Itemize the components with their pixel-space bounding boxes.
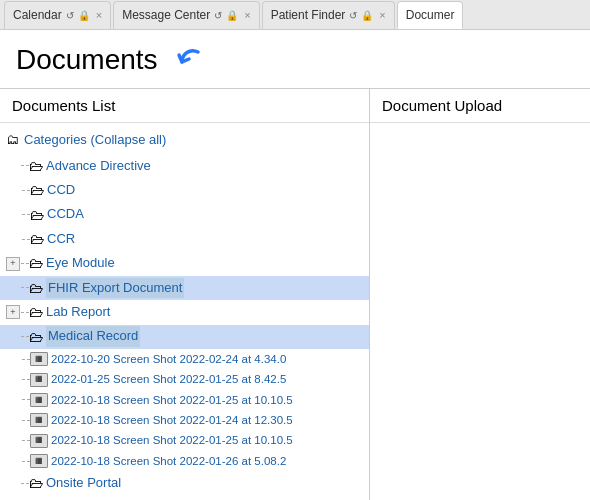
tree-item-file4[interactable]: ▦ 2022-10-18 Screen Shot 2022-01-24 at 1… — [0, 410, 369, 430]
dashed-connector-f5 — [22, 440, 30, 441]
file-icon-1: ▦ — [30, 352, 48, 366]
undo-button[interactable] — [170, 40, 210, 80]
tree-item-ccda[interactable]: 🗁 CCDA — [0, 203, 369, 227]
main-content: Documents List 🗂 Categories (Collapse al… — [0, 88, 590, 500]
categories-row[interactable]: 🗂 Categories (Collapse all) — [0, 127, 369, 154]
expander-advance-directive — [6, 159, 20, 173]
label-ccd: CCD — [47, 180, 75, 201]
tree-item-advance-directive[interactable]: 🗁 Advance Directive — [0, 154, 369, 178]
dashed-connector-f1 — [22, 359, 30, 360]
document-tree: 🗂 Categories (Collapse all) 🗁 Advance Di… — [0, 123, 369, 500]
refresh-icon-2: ↺ — [214, 10, 222, 21]
dashed-connector-ccr — [22, 239, 30, 240]
tab-patient-finder[interactable]: Patient Finder ↺ 🔒 × — [262, 1, 395, 29]
tree-item-file5[interactable]: ▦ 2022-10-18 Screen Shot 2022-01-25 at 1… — [0, 430, 369, 450]
label-file6: 2022-10-18 Screen Shot 2022-01-26 at 5.0… — [51, 452, 286, 470]
folder-icon-lab: 🗁 — [29, 301, 43, 323]
folder-icon-categories: 🗂 — [6, 130, 24, 151]
documents-tab-label: Documer — [406, 8, 455, 22]
expander-onsite — [6, 476, 20, 490]
patient-finder-tab-label: Patient Finder — [271, 8, 346, 22]
message-center-tab-label: Message Center — [122, 8, 210, 22]
refresh-icon-3: ↺ — [349, 10, 357, 21]
label-file2: 2022-01-25 Screen Shot 2022-01-25 at 8.4… — [51, 370, 286, 388]
label-onsite-portal: Onsite Portal — [46, 473, 121, 494]
tree-item-ccr[interactable]: 🗁 CCR — [0, 227, 369, 251]
tab-close-icon-3[interactable]: × — [379, 9, 385, 21]
folder-icon-ccr: 🗁 — [30, 228, 44, 250]
file-icon-6: ▦ — [30, 454, 48, 468]
page-title: Documents — [16, 44, 158, 76]
tab-close-icon-2[interactable]: × — [244, 9, 250, 21]
folder-icon-advance-directive: 🗁 — [29, 155, 43, 177]
file-icon-2: ▦ — [30, 373, 48, 387]
document-upload-header: Document Upload — [370, 89, 590, 123]
file-icon-5: ▦ — [30, 434, 48, 448]
folder-icon-medical: 🗁 — [29, 326, 43, 348]
documents-list-header: Documents List — [0, 89, 369, 123]
expander-lab[interactable]: + — [6, 305, 20, 319]
folder-icon-onsite: 🗁 — [29, 472, 43, 494]
tree-item-file2[interactable]: ▦ 2022-01-25 Screen Shot 2022-01-25 at 8… — [0, 369, 369, 389]
dashed-connector-f4 — [22, 420, 30, 421]
documents-list-panel: Documents List 🗂 Categories (Collapse al… — [0, 89, 370, 500]
dashed-connector-ccd — [22, 190, 30, 191]
calendar-tab-label: Calendar — [13, 8, 62, 22]
expander-fhir — [6, 281, 20, 295]
tree-item-eye-module[interactable]: + 🗁 Eye Module — [0, 251, 369, 275]
categories-label: Categories (Collapse all) — [24, 130, 166, 151]
label-file5: 2022-10-18 Screen Shot 2022-01-25 at 10.… — [51, 431, 293, 449]
tree-item-ccd[interactable]: 🗁 CCD — [0, 178, 369, 202]
lock-icon-3: 🔒 — [361, 10, 373, 21]
tree-item-onsite-portal[interactable]: 🗁 Onsite Portal — [0, 471, 369, 495]
refresh-icon: ↺ — [66, 10, 74, 21]
label-ccda: CCDA — [47, 204, 84, 225]
label-file3: 2022-10-18 Screen Shot 2022-01-25 at 10.… — [51, 391, 293, 409]
dashed-connector-onsite — [21, 483, 29, 484]
label-file1: 2022-10-20 Screen Shot 2022-02-24 at 4.3… — [51, 350, 286, 368]
label-eye-module: Eye Module — [46, 253, 115, 274]
lock-icon: 🔒 — [78, 10, 90, 21]
dashed-connector-ccda — [22, 214, 30, 215]
expander-eye-module[interactable]: + — [6, 257, 20, 271]
tab-calendar[interactable]: Calendar ↺ 🔒 × — [4, 1, 111, 29]
document-upload-panel: Document Upload — [370, 89, 590, 500]
label-file4: 2022-10-18 Screen Shot 2022-01-24 at 12.… — [51, 411, 293, 429]
label-ccr: CCR — [47, 229, 75, 250]
tree-item-file1[interactable]: ▦ 2022-10-20 Screen Shot 2022-02-24 at 4… — [0, 349, 369, 369]
folder-icon-ccd: 🗁 — [30, 179, 44, 201]
tab-documents[interactable]: Documer — [397, 1, 464, 29]
tab-close-icon[interactable]: × — [96, 9, 102, 21]
page-header: Documents — [0, 30, 590, 88]
dashed-connector — [21, 165, 29, 166]
folder-icon-ccda: 🗁 — [30, 204, 44, 226]
tab-message-center[interactable]: Message Center ↺ 🔒 × — [113, 1, 259, 29]
folder-icon-eye-module: 🗁 — [29, 252, 43, 274]
expander-medical — [6, 330, 20, 344]
tree-item-file6[interactable]: ▦ 2022-10-18 Screen Shot 2022-01-26 at 5… — [0, 451, 369, 471]
tree-item-file3[interactable]: ▦ 2022-10-18 Screen Shot 2022-01-25 at 1… — [0, 390, 369, 410]
dashed-connector-lab — [21, 312, 29, 313]
dashed-connector-f2 — [22, 379, 30, 380]
label-fhir-export: FHIR Export Document — [46, 278, 184, 299]
tree-item-fhir-export[interactable]: 🗁 FHIR Export Document — [0, 276, 369, 300]
lock-icon-2: 🔒 — [226, 10, 238, 21]
label-advance-directive: Advance Directive — [46, 156, 151, 177]
dashed-connector-f6 — [22, 461, 30, 462]
dashed-connector-eye — [21, 263, 29, 264]
label-medical-record: Medical Record — [46, 326, 140, 347]
tab-bar: Calendar ↺ 🔒 × Message Center ↺ 🔒 × Pati… — [0, 0, 590, 30]
folder-icon-fhir: 🗁 — [29, 277, 43, 299]
label-lab-report: Lab Report — [46, 302, 110, 323]
tree-item-medical-record[interactable]: 🗁 Medical Record — [0, 325, 369, 349]
file-icon-3: ▦ — [30, 393, 48, 407]
dashed-connector-medical — [21, 336, 29, 337]
file-icon-4: ▦ — [30, 413, 48, 427]
dashed-connector-fhir — [21, 287, 29, 288]
dashed-connector-f3 — [22, 399, 30, 400]
tree-item-lab-report[interactable]: + 🗁 Lab Report — [0, 300, 369, 324]
